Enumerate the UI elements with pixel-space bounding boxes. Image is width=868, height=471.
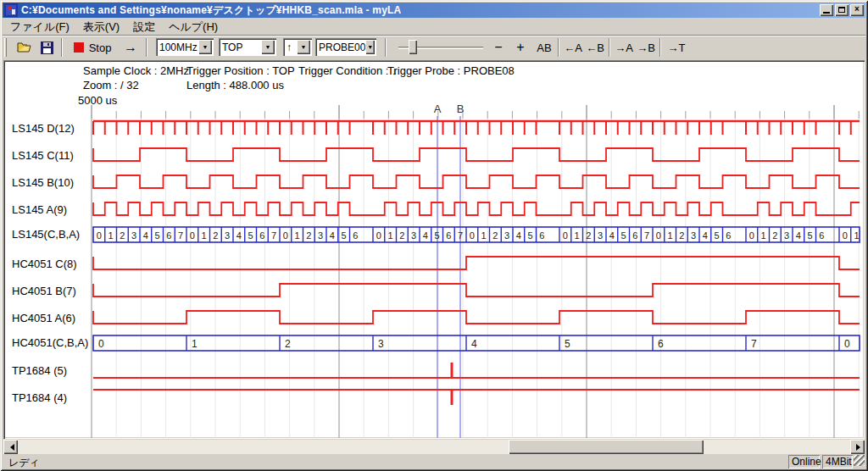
bus-4-value: 0 — [283, 230, 288, 241]
bus-4-value: 2 — [399, 230, 404, 241]
bus-4-value: 3 — [131, 230, 136, 241]
waveform-1 — [93, 148, 860, 161]
bus-4-value: 5 — [342, 230, 347, 241]
bus-4-frame — [93, 227, 860, 242]
save-button[interactable] — [37, 37, 56, 58]
chevron-down-icon[interactable]: ▼ — [261, 40, 275, 54]
chevron-down-icon[interactable]: ▼ — [365, 40, 375, 54]
bus-4-value: 0 — [376, 230, 381, 241]
waveform-plot[interactable]: AB01234567012345670123456012345670123456… — [3, 60, 865, 439]
bus-4-value: 4 — [143, 230, 148, 241]
bus-4-value: 4 — [703, 230, 708, 241]
maximize-button[interactable] — [835, 4, 849, 16]
goto-marker-b-left-button[interactable]: ←B — [585, 37, 605, 58]
bus-4-value: 6 — [353, 230, 358, 241]
bus-4-value: 6 — [446, 230, 451, 241]
scrollbar-thumb[interactable] — [509, 440, 704, 454]
menu-view[interactable]: 表示(V) — [76, 19, 126, 36]
bus-4-value: 5 — [528, 230, 533, 241]
waveform-6 — [93, 284, 860, 296]
bus-4-value: 2 — [213, 230, 218, 241]
bus-4-value: 3 — [504, 230, 509, 241]
horizontal-scrollbar[interactable] — [3, 440, 865, 454]
window-title: C:¥Documents and Settings¥noname¥デスクトップ¥… — [21, 3, 401, 18]
goto-marker-a-right-button[interactable]: →A — [614, 37, 634, 58]
floppy-disk-icon — [41, 42, 53, 54]
toolbar-grip[interactable] — [4, 38, 7, 57]
status-bar: レディ Online 4MBit — [3, 456, 865, 468]
close-button[interactable]: × — [850, 4, 864, 16]
bus-4-value: 3 — [598, 230, 603, 241]
bus-4-value: 5 — [808, 230, 813, 241]
zoom-out-button[interactable]: − — [490, 37, 507, 58]
toolbar: Stop → 100MHz ▼ TOP ▼ ↑ ▼ PROBE00 ▼ − + … — [3, 37, 865, 59]
status-ready: レディ — [8, 456, 40, 470]
trigger-edge-combo[interactable]: ↑ ▼ — [283, 38, 312, 56]
waveform-5 — [93, 257, 860, 269]
bus-4-value: 7 — [178, 230, 183, 241]
bus-4-value: 1 — [668, 230, 673, 241]
bus-4-value: 1 — [481, 230, 487, 241]
bus-4-value: 4 — [236, 230, 242, 241]
bus-8-value: 6 — [658, 338, 664, 350]
resize-grip[interactable] — [854, 455, 865, 466]
stop-icon — [74, 42, 84, 53]
sample-clock-combo[interactable]: 100MHz ▼ — [156, 38, 214, 56]
bus-4-value: 4 — [516, 230, 521, 241]
zoom-slider-handle[interactable] — [409, 40, 417, 54]
marker-label-B: B — [457, 103, 465, 115]
bus-4-value: 6 — [259, 230, 264, 241]
title-bar[interactable]: C:¥Documents and Settings¥noname¥デスクトップ¥… — [3, 3, 865, 18]
menu-file[interactable]: ファイル(F) — [3, 19, 76, 36]
run-button[interactable]: → — [120, 37, 141, 58]
trigger-probe-combo[interactable]: PROBE00 ▼ — [315, 38, 376, 56]
bus-4-value: 4 — [796, 230, 801, 241]
waveform-0-strobes — [93, 121, 851, 135]
menu-bar: ファイル(F) 表示(V) 設定 ヘルプ(H) — [3, 19, 865, 35]
bus-4-value: 2 — [679, 230, 684, 241]
zoom-ab-button[interactable]: AB — [534, 37, 554, 58]
stop-button[interactable]: Stop — [70, 37, 115, 58]
scroll-right-button[interactable] — [850, 440, 865, 454]
bus-8-value: 4 — [471, 338, 477, 350]
bus-4-value: 1 — [295, 230, 300, 241]
open-button[interactable] — [15, 37, 34, 58]
goto-marker-a-left-button[interactable]: ←A — [563, 37, 583, 58]
zoom-in-button[interactable]: + — [512, 37, 529, 58]
bus-4-value: 3 — [691, 230, 696, 241]
bus-8-value: 0 — [844, 338, 850, 350]
chevron-down-icon[interactable]: ▼ — [297, 40, 310, 54]
minimize-button[interactable] — [820, 4, 833, 16]
bus-8-value: 2 — [285, 338, 291, 350]
bus-4-value: 1 — [761, 230, 766, 241]
bus-4-value: 4 — [609, 230, 615, 241]
bus-4-value: 6 — [539, 230, 544, 241]
bus-4-value: 1 — [575, 230, 580, 241]
bus-4-value: 2 — [120, 230, 125, 241]
menu-help[interactable]: ヘルプ(H) — [162, 19, 225, 36]
goto-trigger-button[interactable]: →T — [666, 37, 687, 58]
menu-separator — [3, 35, 865, 36]
bus-4-value: 0 — [190, 230, 195, 241]
chevron-down-icon[interactable]: ▼ — [198, 40, 212, 54]
bus-4-value: 7 — [644, 230, 649, 241]
bus-4-value: 7 — [458, 230, 463, 241]
bus-4-value: 4 — [423, 230, 428, 241]
bus-4-value: 0 — [563, 230, 568, 241]
marker-label-A: A — [434, 103, 442, 115]
bus-4-value: 0 — [656, 230, 661, 241]
bus-4-value: 3 — [784, 230, 789, 241]
bus-4-value: 2 — [586, 230, 591, 241]
status-memory: 4MBit — [822, 455, 853, 468]
bus-4-value: 6 — [819, 230, 824, 241]
bus-4-value: 2 — [306, 230, 311, 241]
scroll-left-button[interactable] — [3, 440, 18, 454]
menu-settings[interactable]: 設定 — [126, 19, 162, 36]
bus-8-value: 3 — [378, 338, 384, 350]
bus-4-value: 3 — [411, 230, 416, 241]
goto-marker-b-right-button[interactable]: →B — [636, 37, 656, 58]
bus-4-value: 3 — [225, 230, 230, 241]
trigger-position-combo[interactable]: TOP ▼ — [219, 38, 276, 56]
bus-4-value: 0 — [97, 230, 102, 241]
waveform-7 — [93, 311, 860, 324]
